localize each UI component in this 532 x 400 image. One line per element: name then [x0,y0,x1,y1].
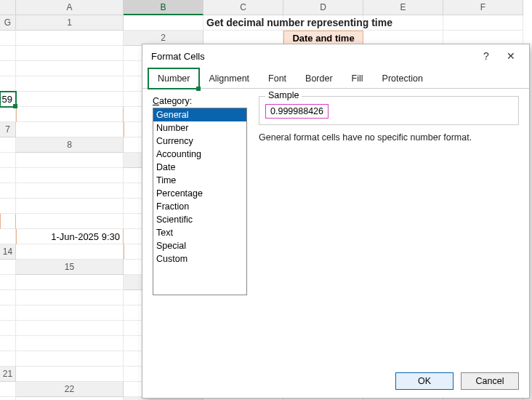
tab-font[interactable]: Font [259,68,296,89]
category-item[interactable]: General [153,108,246,121]
tab-number[interactable]: Number [148,68,199,89]
cell[interactable] [0,183,16,199]
format-description: General format cells have no specific nu… [259,132,519,143]
category-item[interactable]: Number [153,121,246,135]
category-item[interactable]: Fraction [153,200,246,213]
column-header[interactable]: C [203,0,283,15]
category-item[interactable]: Text [153,226,246,239]
cell[interactable] [0,382,16,397]
category-item[interactable]: Time [153,174,246,187]
table-cell[interactable] [0,214,16,229]
cell[interactable] [16,168,124,183]
category-item[interactable]: Custom [153,252,246,265]
cell[interactable] [0,31,16,46]
sample-value: 0.999988426 [265,104,329,119]
cell[interactable] [363,15,443,31]
cell[interactable] [16,183,124,199]
cell[interactable] [16,92,124,107]
cell[interactable] [0,260,16,275]
column-header[interactable]: G [0,15,16,31]
cell[interactable] [16,199,124,214]
row-header[interactable]: 14 [0,244,16,260]
cell[interactable] [0,290,16,305]
category-listbox[interactable]: GeneralNumberCurrencyAccountingDateTimeP… [153,108,247,295]
cell[interactable] [0,137,16,153]
tab-alignment[interactable]: Alignment [199,68,259,89]
row-header[interactable]: 21 [0,367,16,382]
column-header[interactable]: D [283,0,363,15]
cell[interactable] [16,367,124,382]
category-item[interactable]: Date [153,161,246,174]
category-item[interactable]: Accounting [153,148,246,161]
sample-group: Sample 0.999988426 [259,96,519,125]
help-button[interactable]: ? [474,47,499,65]
cell[interactable] [16,351,124,367]
category-item[interactable]: Special [153,239,246,252]
cell[interactable] [16,31,124,46]
row-header[interactable]: 7 [0,122,16,137]
dialog-title: Format Cells [151,51,205,62]
cell[interactable] [0,46,16,61]
cell[interactable] [0,351,16,367]
active-cell[interactable]: 23:59:59 [0,92,16,107]
table-cell[interactable] [16,107,124,122]
cell[interactable] [0,229,16,244]
cell[interactable] [16,275,124,290]
column-header[interactable]: E [363,0,443,15]
format-cells-dialog: Format Cells ? ✕ NumberAlignmentFontBord… [142,44,530,399]
cell[interactable] [0,305,16,321]
cell[interactable] [0,336,16,351]
category-item[interactable]: Currency [153,135,246,148]
cell[interactable] [0,275,16,290]
cell[interactable] [124,15,203,31]
cell[interactable] [16,336,124,351]
cell[interactable] [0,61,16,76]
column-header[interactable]: B [124,0,203,15]
cell[interactable] [16,61,124,76]
row-header[interactable]: 1 [16,15,124,31]
ok-button[interactable]: OK [395,372,454,390]
cell[interactable] [0,107,16,122]
cell[interactable] [0,168,16,183]
cell[interactable] [0,397,16,400]
category-item[interactable]: Percentage [153,187,246,200]
category-item[interactable]: Scientific [153,213,246,226]
dialog-titlebar[interactable]: Format Cells ? ✕ [142,44,529,68]
cell[interactable] [16,290,124,305]
cell[interactable] [283,15,363,31]
row-header[interactable]: 15 [16,260,124,275]
cancel-button[interactable]: Cancel [461,372,519,390]
dialog-tabs: NumberAlignmentFontBorderFillProtection [142,68,529,89]
cell[interactable] [16,305,124,321]
cell[interactable] [16,76,124,92]
row-header[interactable]: 8 [16,137,124,153]
cell[interactable] [443,15,523,31]
category-label: Category: [153,96,247,106]
row-header[interactable]: 22 [16,382,124,397]
cell[interactable] [16,397,124,400]
cell[interactable] [0,321,16,336]
cell[interactable] [16,244,124,260]
column-header[interactable]: A [16,0,124,15]
close-button[interactable]: ✕ [499,47,523,65]
tab-fill[interactable]: Fill [342,68,373,89]
sample-label: Sample [265,90,302,100]
select-all-corner[interactable] [0,0,16,15]
table-cell[interactable]: 1-Jun-2025 9:30 [16,229,124,244]
cell[interactable] [16,46,124,61]
cell[interactable] [16,214,124,229]
page-title[interactable]: Get decimal number representing time [203,15,283,31]
cell[interactable] [0,76,16,92]
tab-protection[interactable]: Protection [373,68,432,89]
cell[interactable] [0,199,16,214]
cell[interactable] [16,122,124,137]
column-header[interactable]: F [443,0,523,15]
tab-border[interactable]: Border [296,68,342,89]
cell[interactable] [16,153,124,168]
cell[interactable] [16,321,124,336]
cell[interactable] [0,153,16,168]
